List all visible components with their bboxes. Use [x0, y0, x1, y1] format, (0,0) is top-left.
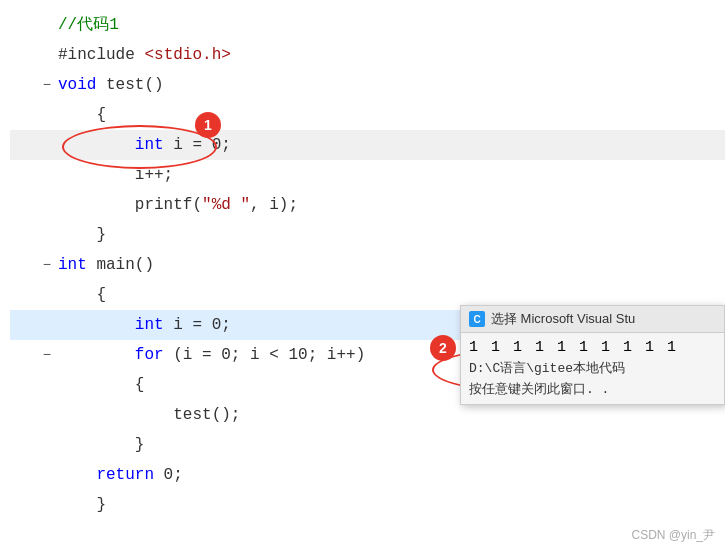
- line-content-7: printf("%d ", i);: [54, 190, 298, 220]
- line-content-3: void test(): [54, 70, 164, 100]
- code-line-2: #include <stdio.h>: [10, 40, 725, 70]
- popup-hint: 按任意键关闭此窗口. .: [469, 380, 716, 398]
- annotation-badge-2: 2: [430, 335, 456, 361]
- popup-path: D:\C语言\gitee本地代码: [469, 359, 716, 377]
- line-content-8: }: [54, 220, 106, 250]
- line-content-9: int main(): [54, 250, 154, 280]
- code-line-1: //代码1: [10, 10, 725, 40]
- code-line-9: − int main(): [10, 250, 725, 280]
- line-content-17: }: [54, 490, 106, 520]
- code-line-7: printf("%d ", i);: [10, 190, 725, 220]
- line-content-11: int i = 0;: [54, 310, 231, 340]
- line-content-15: }: [54, 430, 144, 460]
- popup-header: C 选择 Microsoft Visual Stu: [461, 306, 724, 333]
- code-line-4: {: [10, 100, 725, 130]
- code-line-16: return 0;: [10, 460, 725, 490]
- annotation-badge-1: 1: [195, 112, 221, 138]
- editor-container: //代码1 #include <stdio.h> − void test() {…: [0, 0, 725, 550]
- code-line-17: }: [10, 490, 725, 520]
- line-content-6: i++;: [54, 160, 173, 190]
- line-content-10: {: [54, 280, 106, 310]
- line-content-14: test();: [54, 400, 240, 430]
- code-line-15: }: [10, 430, 725, 460]
- popup-title: 选择 Microsoft Visual Stu: [491, 310, 635, 328]
- code-line-8: }: [10, 220, 725, 250]
- popup-body: 1 1 1 1 1 1 1 1 1 1 D:\C语言\gitee本地代码 按任意…: [461, 333, 724, 404]
- line-content-1: //代码1: [54, 10, 119, 40]
- code-line-3: − void test(): [10, 70, 725, 100]
- popup-output-line: 1 1 1 1 1 1 1 1 1 1: [469, 339, 716, 356]
- popup-panel: C 选择 Microsoft Visual Stu 1 1 1 1 1 1 1 …: [460, 305, 725, 405]
- line-content-4: {: [54, 100, 106, 130]
- fold-9[interactable]: −: [40, 250, 54, 280]
- line-content-13: {: [54, 370, 144, 400]
- line-content-12: for (i = 0; i < 10; i++): [54, 340, 365, 370]
- code-line-6: i++;: [10, 160, 725, 190]
- popup-icon: C: [469, 311, 485, 327]
- fold-3[interactable]: −: [40, 70, 54, 100]
- line-content-16: return 0;: [54, 460, 183, 490]
- watermark: CSDN @yin_尹: [631, 527, 715, 544]
- code-area: //代码1 #include <stdio.h> − void test() {…: [0, 0, 725, 550]
- code-line-5: int i = 0;: [10, 130, 725, 160]
- fold-12[interactable]: −: [40, 340, 54, 370]
- line-content-2: #include <stdio.h>: [54, 40, 231, 70]
